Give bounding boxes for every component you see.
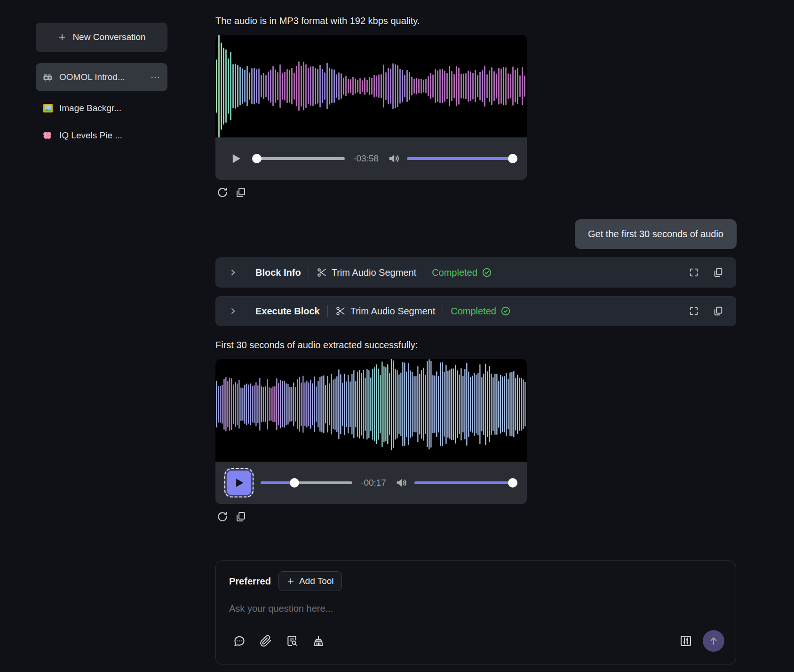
block-title: Block Info — [255, 267, 301, 278]
plus-icon — [57, 32, 67, 42]
seek-slider[interactable] — [253, 154, 345, 163]
refresh-icon — [216, 186, 229, 199]
volume-thumb[interactable] — [508, 478, 517, 488]
speech-bubble-icon — [233, 635, 246, 648]
seek-thumb[interactable] — [252, 154, 262, 163]
scissors-icon — [317, 267, 327, 278]
divider — [443, 305, 443, 317]
regenerate-button[interactable] — [216, 511, 229, 523]
composer-toolbar: Preferred Add Tool — [229, 571, 724, 591]
waveform-display-1 — [215, 35, 527, 137]
waveform-display-2 — [215, 359, 527, 462]
divider — [327, 305, 328, 317]
expand-chevron-icon[interactable] — [228, 306, 238, 316]
audio-controls-1: -03:58 — [215, 137, 527, 180]
seek-thumb[interactable] — [290, 478, 299, 488]
play-button-focused[interactable] — [227, 471, 251, 495]
tool-label: Trim Audio Segment — [335, 306, 435, 317]
remaining-time: -00:17 — [359, 478, 388, 488]
refresh-icon — [216, 511, 229, 523]
attach-file-button[interactable] — [260, 635, 272, 647]
seek-slider[interactable] — [261, 478, 352, 488]
mute-button[interactable] — [387, 152, 400, 165]
sidebar-item-label: IQ Levels Pie ... — [59, 130, 122, 141]
play-icon — [232, 476, 246, 489]
preferred-label: Preferred — [229, 576, 271, 587]
composer: Preferred Add Tool — [215, 560, 736, 664]
volume-track[interactable] — [407, 157, 517, 160]
broom-icon — [312, 635, 325, 647]
user-message-bubble: Get the first 30 seconds of audio — [575, 219, 737, 249]
fullscreen-button[interactable] — [689, 267, 699, 278]
tool-label: Trim Audio Segment — [317, 267, 416, 278]
new-conversation-label: New Conversation — [72, 32, 145, 42]
sidebar-item-iq-levels-pie[interactable]: IQ Levels Pie ... — [36, 125, 167, 146]
chat-mode-button[interactable] — [233, 635, 246, 648]
send-button[interactable] — [703, 630, 724, 652]
divider — [424, 266, 424, 279]
new-conversation-button[interactable]: New Conversation — [36, 23, 167, 52]
plus-icon — [286, 577, 295, 585]
scissors-icon — [335, 306, 346, 316]
clear-context-button[interactable] — [312, 635, 325, 647]
copy-icon — [235, 187, 246, 198]
remaining-time: -03:58 — [351, 153, 381, 164]
copy-button[interactable] — [235, 187, 246, 198]
sidebar-item-label: OOMOL Introd... — [59, 72, 125, 82]
play-icon — [229, 152, 243, 166]
composer-right-icons — [679, 630, 724, 652]
chat-panel: The audio is in MP3 format with 192 kbps… — [180, 0, 794, 672]
fullscreen-icon — [689, 306, 699, 316]
model-settings-button[interactable] — [679, 634, 692, 648]
play-button[interactable] — [225, 148, 246, 169]
add-tool-button[interactable]: Add Tool — [278, 571, 342, 591]
check-circle-icon — [500, 306, 511, 316]
composer-bottom-bar — [229, 630, 724, 652]
copy-button[interactable] — [235, 511, 246, 522]
search-context-button[interactable] — [286, 635, 298, 647]
status-badge: Completed — [432, 267, 492, 278]
volume-track[interactable] — [414, 481, 517, 484]
tool-block-execute[interactable]: Execute Block Trim Audio Segment Complet… — [215, 296, 736, 326]
audio-player-1: -03:58 — [215, 35, 527, 180]
film-projector-icon — [42, 72, 54, 83]
expand-chevron-icon[interactable] — [228, 268, 238, 277]
assistant-message: First 30 seconds of audio extracted succ… — [215, 338, 737, 352]
assistant-message: The audio is in MP3 format with 192 kbps… — [215, 14, 737, 27]
block-actions — [689, 267, 723, 278]
speaker-icon — [387, 152, 400, 165]
copy-button[interactable] — [713, 267, 723, 278]
status-badge: Completed — [451, 306, 511, 317]
copy-icon — [713, 306, 723, 316]
arrow-up-icon — [708, 635, 719, 647]
brain-icon — [42, 130, 54, 141]
app-window: New Conversation OOMOL Introd... ⋯ — [0, 0, 794, 672]
mute-button[interactable] — [395, 476, 408, 489]
user-message-row: Get the first 30 seconds of audio — [215, 219, 737, 249]
volume-slider[interactable] — [407, 154, 517, 163]
question-input[interactable] — [229, 603, 724, 614]
block-title: Execute Block — [255, 306, 320, 317]
sidebar-item-image-background[interactable]: Image Backgr... — [36, 98, 167, 119]
check-circle-icon — [482, 267, 492, 278]
sidebar-item-label: Image Backgr... — [59, 103, 121, 113]
regenerate-button[interactable] — [216, 186, 229, 199]
copy-button[interactable] — [713, 306, 723, 316]
volume-slider[interactable] — [414, 478, 517, 488]
volume-thumb[interactable] — [508, 154, 517, 163]
paperclip-icon — [260, 635, 272, 647]
sliders-icon — [679, 634, 692, 648]
copy-icon — [713, 267, 723, 278]
seek-track[interactable] — [253, 157, 345, 160]
tool-block-info[interactable]: Block Info Trim Audio Segment Completed — [215, 257, 736, 288]
copy-icon — [235, 511, 246, 522]
fullscreen-icon — [689, 267, 699, 278]
conversation-menu-icon[interactable]: ⋯ — [151, 72, 161, 83]
composer-left-icons — [233, 635, 325, 648]
fullscreen-button[interactable] — [689, 306, 699, 316]
block-actions — [689, 306, 723, 316]
speaker-icon — [395, 476, 408, 489]
sidebar-item-oomol-introduction[interactable]: OOMOL Introd... ⋯ — [36, 63, 167, 91]
file-search-icon — [286, 635, 298, 647]
message-actions — [216, 186, 737, 199]
